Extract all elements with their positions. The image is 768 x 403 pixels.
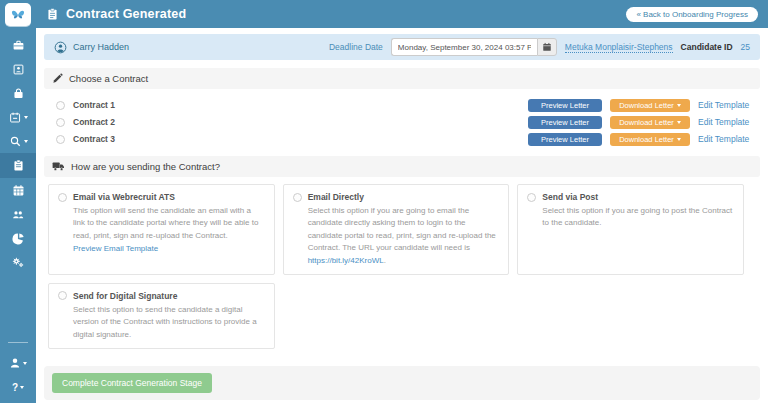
users-icon bbox=[11, 208, 25, 221]
search-dropdown-icon bbox=[9, 135, 22, 148]
edit-template-link[interactable]: Edit Template bbox=[698, 117, 752, 127]
page-title: Contract Generated bbox=[66, 7, 186, 21]
option-description-text: Select this option if you are going to e… bbox=[308, 206, 496, 252]
sidebar-item-calendar[interactable] bbox=[0, 178, 36, 202]
contract-row-actions: Preview Letter Download Letter Edit Temp… bbox=[528, 99, 756, 112]
download-letter-label: Download Letter bbox=[619, 101, 674, 110]
calendar-dropdown-icon bbox=[9, 111, 22, 124]
contract-label: Contract 1 bbox=[73, 100, 115, 110]
send-option-radio[interactable] bbox=[293, 193, 302, 202]
top-header: Contract Generated « Back to Onboarding … bbox=[36, 0, 768, 28]
option-description: This option will send the candidate an e… bbox=[58, 205, 265, 242]
calendar-icon bbox=[12, 184, 25, 197]
sidebar-item-vacancies[interactable] bbox=[0, 81, 36, 105]
chevron-down-icon bbox=[24, 116, 28, 119]
sidebar: ? bbox=[0, 0, 36, 403]
candidate-info-bar: Carry Hadden Deadline Date Metuka Monpla… bbox=[44, 34, 760, 60]
option-title: Send for Digital Signature bbox=[73, 291, 177, 301]
recruiter-link[interactable]: Metuka Monplaisir-Stephens bbox=[565, 42, 673, 53]
user-circle-icon bbox=[54, 41, 67, 54]
calendar-icon bbox=[542, 42, 552, 52]
option-card-send-via-post: Send via Post Select this option if you … bbox=[517, 184, 744, 275]
sidebar-item-onboarding-active[interactable] bbox=[0, 153, 36, 178]
preview-email-template-link[interactable]: Preview Email Template bbox=[58, 244, 265, 253]
pie-chart-icon bbox=[12, 232, 25, 245]
chevron-down-icon bbox=[23, 362, 27, 365]
contract-row: Contract 2 Preview Letter Download Lette… bbox=[56, 114, 756, 130]
contract-row-actions: Preview Letter Download Letter Edit Temp… bbox=[528, 133, 756, 146]
option-description: Select this option if you are going to e… bbox=[293, 205, 500, 267]
sidebar-help-menu[interactable]: ? bbox=[0, 375, 36, 399]
download-letter-label: Download Letter bbox=[619, 135, 674, 144]
chevron-down-icon bbox=[20, 386, 24, 389]
deadline-date-input[interactable] bbox=[391, 38, 537, 56]
main-content: Carry Hadden Deadline Date Metuka Monpla… bbox=[36, 28, 768, 403]
send-option-radio[interactable] bbox=[58, 291, 67, 300]
info-bar-right: Deadline Date Metuka Monplaisir-Stephens… bbox=[329, 38, 750, 56]
edit-template-link[interactable]: Edit Template bbox=[698, 100, 752, 110]
app-logo[interactable] bbox=[5, 3, 31, 26]
download-letter-label: Download Letter bbox=[619, 118, 674, 127]
sidebar-divider bbox=[8, 342, 28, 343]
sidebar-item-users[interactable] bbox=[0, 202, 36, 226]
calendar-picker-button[interactable] bbox=[537, 38, 557, 56]
complete-contract-stage-button[interactable]: Complete Contract Generation Stage bbox=[52, 373, 212, 393]
send-option-radio[interactable] bbox=[527, 193, 536, 202]
sidebar-bottom: ? bbox=[0, 342, 36, 403]
candidate-name: Carry Hadden bbox=[73, 42, 129, 52]
sidebar-item-search[interactable] bbox=[0, 129, 36, 153]
download-letter-button[interactable]: Download Letter bbox=[610, 99, 690, 112]
deadline-date-group bbox=[391, 38, 557, 56]
contract-row: Contract 3 Preview Letter Download Lette… bbox=[56, 131, 756, 147]
contract-label: Contract 3 bbox=[73, 134, 115, 144]
panel-footer: Complete Contract Generation Stage bbox=[44, 366, 760, 400]
candidate-id-label: Candidate ID bbox=[681, 42, 733, 52]
back-to-onboarding-button[interactable]: « Back to Onboarding Progress bbox=[626, 7, 758, 22]
sending-options-grid: Email via Webrecruit ATS This option wil… bbox=[48, 184, 744, 349]
option-title: Send via Post bbox=[542, 192, 598, 202]
preview-letter-button[interactable]: Preview Letter bbox=[528, 116, 602, 129]
deadline-date-label: Deadline Date bbox=[329, 42, 383, 52]
clipboard-icon bbox=[46, 7, 59, 21]
preview-letter-button[interactable]: Preview Letter bbox=[528, 133, 602, 146]
contract-radio[interactable] bbox=[56, 101, 65, 110]
briefcase-icon bbox=[12, 39, 25, 52]
option-description-suffix: . bbox=[384, 256, 386, 265]
cogs-icon bbox=[11, 256, 25, 269]
sidebar-nav bbox=[0, 33, 36, 274]
preview-letter-button[interactable]: Preview Letter bbox=[528, 99, 602, 112]
question-icon: ? bbox=[12, 382, 18, 393]
option-card-digital-signature: Send for Digital Signature Select this o… bbox=[48, 283, 275, 349]
sidebar-item-jobs[interactable] bbox=[0, 33, 36, 57]
contract-radio[interactable] bbox=[56, 118, 65, 127]
sidebar-user-menu[interactable] bbox=[0, 351, 36, 375]
option-card-email-directly: Email Directly Select this option if you… bbox=[283, 184, 510, 275]
contract-list: Contract 1 Preview Letter Download Lette… bbox=[44, 89, 760, 154]
candidate-portal-url-link[interactable]: https://bit.ly/42KroWL bbox=[308, 256, 384, 265]
contract-label: Contract 2 bbox=[73, 117, 115, 127]
choose-contract-title: Choose a Contract bbox=[69, 73, 148, 84]
contract-row-actions: Preview Letter Download Letter Edit Temp… bbox=[528, 116, 756, 129]
address-book-icon bbox=[12, 63, 25, 76]
sending-section-header: How are you sending the Contract? bbox=[44, 156, 760, 177]
option-description: Select this option if you are going to p… bbox=[527, 205, 734, 230]
sidebar-item-schedule[interactable] bbox=[0, 105, 36, 129]
download-letter-button[interactable]: Download Letter bbox=[610, 116, 690, 129]
sidebar-item-candidates[interactable] bbox=[0, 57, 36, 81]
option-title: Email Directly bbox=[308, 192, 364, 202]
edit-template-link[interactable]: Edit Template bbox=[698, 134, 752, 144]
download-letter-button[interactable]: Download Letter bbox=[610, 133, 690, 146]
contract-radio[interactable] bbox=[56, 135, 65, 144]
send-option-radio[interactable] bbox=[58, 193, 67, 202]
truck-icon bbox=[52, 161, 65, 172]
choose-contract-header: Choose a Contract bbox=[44, 68, 760, 89]
chevron-down-icon bbox=[24, 140, 28, 143]
clipboard-icon bbox=[12, 159, 25, 172]
option-title: Email via Webrecruit ATS bbox=[73, 192, 175, 202]
sidebar-item-settings[interactable] bbox=[0, 250, 36, 274]
sidebar-item-reports[interactable] bbox=[0, 226, 36, 250]
butterfly-logo-icon bbox=[10, 8, 26, 22]
contract-row: Contract 1 Preview Letter Download Lette… bbox=[56, 97, 756, 113]
user-icon bbox=[9, 357, 21, 369]
candidate-id-value: 25 bbox=[741, 42, 750, 52]
